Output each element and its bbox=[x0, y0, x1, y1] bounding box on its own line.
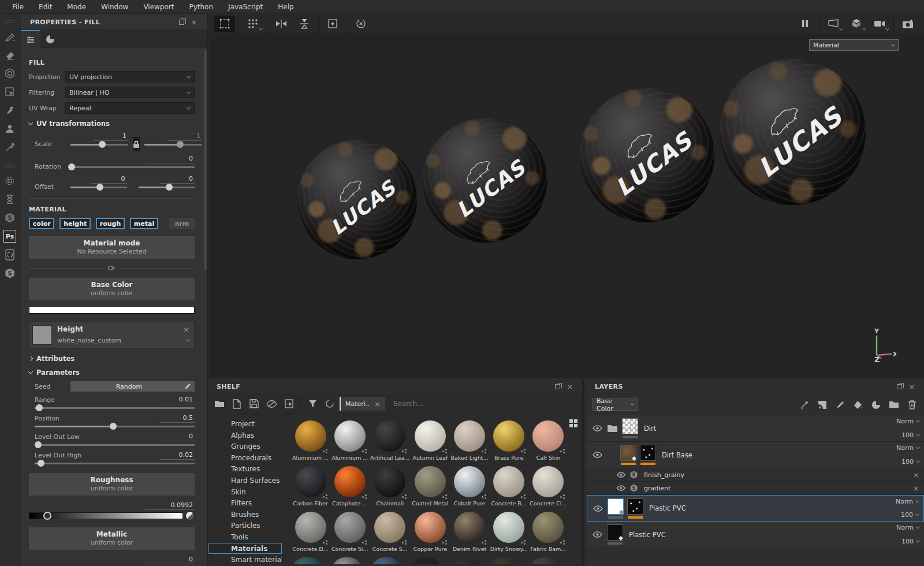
fill-thumbnail[interactable] bbox=[607, 524, 623, 541]
blend-mode-select[interactable]: Norm bbox=[896, 524, 919, 531]
menu-item-viewport[interactable]: Viewport bbox=[136, 0, 181, 14]
metallic-button[interactable]: Metallic uniform color bbox=[29, 527, 195, 550]
add-smart-mask-icon[interactable] bbox=[816, 399, 829, 411]
height-resource-dropdown[interactable] bbox=[186, 338, 190, 342]
smudge-tool-button[interactable] bbox=[1, 102, 18, 119]
shelf-category-project[interactable]: Project bbox=[208, 418, 282, 430]
material-thumbnail-partial[interactable] bbox=[371, 557, 402, 564]
grid-view-icon[interactable] bbox=[569, 419, 578, 427]
offset-x-value[interactable]: 0 bbox=[91, 175, 127, 184]
material-item[interactable]: Aluminium ... bbox=[331, 420, 368, 461]
scale-x-slider[interactable] bbox=[70, 141, 128, 148]
material-item[interactable]: Copper Pure bbox=[411, 512, 449, 552]
layer-row-plastic-pvc-selected[interactable]: Plastic PVC Norm 100 bbox=[587, 495, 924, 522]
material-item[interactable]: Brass Pure bbox=[490, 420, 528, 461]
mask-thumbnail-selected[interactable] bbox=[608, 498, 624, 515]
remove-effect-button[interactable]: × bbox=[913, 471, 919, 479]
layer-row-dirt-base[interactable]: Dirt Base Norm 100 bbox=[587, 442, 924, 468]
add-paint-layer-icon[interactable] bbox=[834, 399, 847, 411]
material-thumbnail-partial[interactable] bbox=[411, 557, 442, 564]
layer-effect-row[interactable]: S finish_grainy × bbox=[587, 468, 924, 482]
fill-thumbnail[interactable] bbox=[620, 445, 636, 461]
material-item[interactable]: Cobalt Pure bbox=[450, 466, 488, 507]
seed-random-button[interactable]: Random bbox=[70, 381, 195, 392]
channel-height-button[interactable]: height bbox=[59, 218, 91, 229]
visibility-eye-icon[interactable] bbox=[593, 505, 603, 512]
remove-effect-button[interactable]: × bbox=[913, 485, 919, 492]
blend-mode-select[interactable]: Norm bbox=[896, 418, 919, 425]
menu-item-mode[interactable]: Mode bbox=[59, 0, 94, 14]
new-resource-icon[interactable] bbox=[229, 396, 244, 411]
shelf-category-tools[interactable]: Tools bbox=[208, 531, 282, 543]
add-fill-layer-icon[interactable] bbox=[852, 399, 865, 411]
material-item[interactable]: Coated Metal bbox=[411, 466, 449, 507]
opacity-select[interactable]: 100 bbox=[901, 538, 919, 545]
material-item[interactable]: Concrete B... bbox=[490, 466, 528, 507]
material-thumbnail-partial[interactable] bbox=[490, 557, 521, 564]
material-thumbnail[interactable] bbox=[415, 420, 446, 452]
substance-badge-icon[interactable]: S bbox=[1, 209, 18, 226]
material-thumbnail-partial[interactable] bbox=[292, 557, 323, 564]
opacity-select[interactable]: 100 bbox=[901, 511, 919, 519]
viewport-render-mode-select[interactable]: Material bbox=[809, 39, 899, 51]
material-thumbnail[interactable] bbox=[295, 420, 326, 452]
uv-wrap-select[interactable]: Repeat bbox=[65, 102, 195, 114]
uv-transformations-fold[interactable]: UV transformations bbox=[29, 120, 195, 128]
import-resources-icon[interactable] bbox=[281, 396, 296, 411]
material-thumbnail[interactable] bbox=[295, 466, 326, 497]
base-color-swatch[interactable] bbox=[29, 306, 195, 314]
layer-row-dirt-group[interactable]: Dirt Norm 100 bbox=[587, 415, 924, 442]
shelf-category-brushes[interactable]: Brushes bbox=[208, 509, 282, 520]
channel-color-button[interactable]: color bbox=[29, 218, 54, 229]
roughness-colorpicker-icon[interactable] bbox=[185, 511, 195, 520]
layer-name[interactable]: Dirt Base bbox=[662, 451, 919, 459]
visibility-eye-icon[interactable] bbox=[617, 485, 625, 491]
shelf-category-grunges[interactable]: Grunges bbox=[208, 441, 282, 452]
projection-tool-button[interactable] bbox=[1, 65, 18, 82]
material-thumbnail-partial[interactable] bbox=[450, 557, 481, 564]
roughness-button[interactable]: Roughness uniform color bbox=[29, 473, 195, 496]
scale-x-value[interactable]: 1 bbox=[94, 132, 128, 141]
material-thumbnail[interactable] bbox=[532, 512, 564, 543]
symmetry-x-button[interactable] bbox=[271, 16, 292, 32]
scale-y-slider[interactable] bbox=[144, 141, 202, 148]
shelf-category-particles[interactable]: Particles bbox=[208, 520, 282, 531]
channel-filter-select[interactable]: Base Color bbox=[593, 399, 638, 411]
shelf-category-filters[interactable]: Filters bbox=[208, 497, 282, 509]
material-thumbnail[interactable] bbox=[454, 512, 485, 543]
open-folder-icon[interactable] bbox=[212, 396, 227, 411]
shelf-category-smart-materials[interactable]: Smart materials bbox=[208, 554, 282, 564]
scale-lock-button[interactable] bbox=[133, 137, 140, 151]
channel-rough-button[interactable]: rough bbox=[96, 218, 125, 229]
float-panel-button[interactable] bbox=[551, 381, 564, 392]
substance-gear-icon[interactable] bbox=[1, 172, 18, 189]
symmetry-y-button[interactable] bbox=[294, 16, 315, 32]
rotation-slider[interactable] bbox=[70, 163, 195, 171]
tab-properties[interactable] bbox=[21, 30, 40, 48]
viewport-3d[interactable]: LUCAS LUCAS LUCAS LUCAS Material Y X Z bbox=[208, 34, 924, 378]
material-item[interactable]: Denim Rivet bbox=[450, 512, 488, 552]
substance-source-icon[interactable]: S bbox=[1, 265, 18, 282]
material-item[interactable]: Artificial Lea... bbox=[370, 420, 409, 461]
height-resource-card[interactable]: Height × white_noise_custom bbox=[29, 322, 195, 349]
channel-nrm-button[interactable]: nrm bbox=[169, 218, 195, 229]
layer-name[interactable]: Dirt bbox=[644, 425, 919, 433]
display-settings-button[interactable] bbox=[823, 16, 844, 32]
roughness-knob[interactable] bbox=[43, 512, 51, 520]
material-thumbnail[interactable] bbox=[334, 420, 366, 452]
tab-display-settings[interactable] bbox=[40, 30, 60, 48]
float-panel-button[interactable] bbox=[175, 17, 188, 27]
material-thumbnail[interactable] bbox=[334, 512, 366, 543]
eraser-tool-button[interactable] bbox=[1, 46, 18, 64]
level-out-low-value[interactable]: 0 bbox=[160, 433, 195, 441]
opacity-select[interactable]: 100 bbox=[901, 431, 919, 439]
level-out-low-slider[interactable] bbox=[35, 441, 195, 449]
layer-row-plastic-pvc[interactable]: Plastic PVC Norm 100 bbox=[587, 522, 924, 548]
add-effect-icon[interactable] bbox=[870, 399, 882, 411]
hide-shelf-icon[interactable] bbox=[264, 396, 279, 411]
material-thumbnail[interactable] bbox=[532, 420, 564, 452]
save-resources-icon[interactable] bbox=[247, 396, 262, 411]
material-thumbnail[interactable] bbox=[454, 420, 485, 452]
offset-y-value[interactable]: 0 bbox=[159, 175, 195, 184]
projection-select[interactable]: UV projection bbox=[65, 71, 195, 83]
